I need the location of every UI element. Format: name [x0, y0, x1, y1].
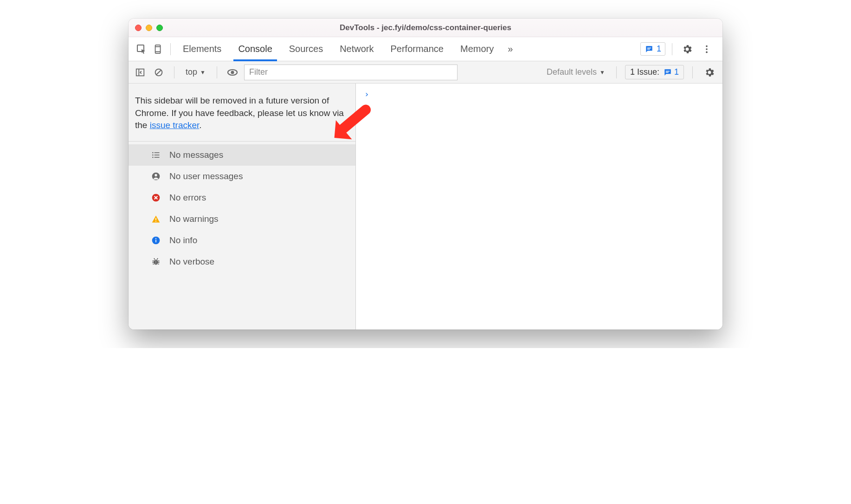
dropdown-icon: ▼: [600, 69, 605, 76]
sidebar-filter-list: No messages No user messages No errors N…: [129, 142, 355, 272]
chat-icon: [645, 45, 654, 54]
filter-label: No warnings: [169, 214, 219, 224]
filter-label: No messages: [169, 150, 223, 160]
list-icon: [151, 150, 161, 160]
svg-point-7: [706, 48, 708, 50]
context-label: top: [186, 67, 197, 77]
console-sidebar: This sidebar will be removed in a future…: [129, 84, 356, 330]
separator: [692, 66, 693, 78]
svg-rect-18: [155, 152, 160, 153]
filter-input[interactable]: Filter: [244, 65, 458, 80]
tab-network[interactable]: Network: [331, 37, 382, 61]
svg-line-12: [156, 70, 161, 74]
svg-point-17: [152, 152, 154, 153]
tab-label: Elements: [183, 44, 221, 54]
separator: [672, 43, 672, 55]
svg-point-30: [155, 238, 156, 239]
titlebar: DevTools - jec.fyi/demo/css-container-qu…: [129, 19, 722, 37]
tab-performance[interactable]: Performance: [382, 37, 452, 61]
svg-rect-15: [666, 71, 670, 71]
chat-icon: [663, 68, 672, 77]
filter-info[interactable]: No info: [129, 230, 355, 251]
log-levels-selector[interactable]: Default levels ▼: [544, 67, 608, 77]
error-icon: [151, 193, 161, 203]
toolbar-trail: 1: [640, 41, 718, 58]
filter-verbose[interactable]: No verbose: [129, 251, 355, 272]
console-settings-icon[interactable]: [701, 64, 718, 81]
filter-placeholder: Filter: [249, 67, 268, 77]
svg-rect-29: [155, 239, 156, 242]
issue-tracker-link[interactable]: issue tracker: [150, 120, 200, 130]
filter-label: No errors: [169, 193, 206, 203]
warning-icon: [151, 214, 161, 224]
levels-label: Default levels: [547, 67, 597, 77]
issue-label: 1 Issue:: [630, 67, 659, 77]
tab-label: Network: [340, 44, 374, 54]
console-toolbar: top ▼ Filter Default levels ▼ 1 Issue: 1: [129, 61, 722, 84]
svg-point-21: [152, 156, 154, 158]
content-body: This sidebar will be removed in a future…: [129, 84, 722, 330]
tab-label: Memory: [460, 44, 494, 54]
badge-count: 1: [657, 44, 661, 54]
tab-label: Performance: [391, 44, 444, 54]
device-toolbar-icon[interactable]: [150, 41, 167, 58]
filter-label: No user messages: [169, 171, 243, 181]
separator: [174, 66, 174, 78]
deprecation-notice: This sidebar will be removed in a future…: [129, 84, 355, 142]
live-expression-icon[interactable]: [226, 64, 239, 81]
separator: [170, 43, 171, 55]
settings-icon[interactable]: [679, 41, 696, 58]
info-icon: [151, 235, 161, 246]
window-title: DevTools - jec.fyi/demo/css-container-qu…: [129, 23, 722, 32]
bug-icon: [151, 257, 161, 267]
tab-overflow[interactable]: »: [502, 37, 518, 61]
tab-label: Sources: [289, 44, 323, 54]
clear-console-icon[interactable]: [152, 64, 166, 81]
filter-user-messages[interactable]: No user messages: [129, 166, 355, 187]
separator: [217, 66, 217, 78]
svg-point-19: [152, 154, 154, 155]
console-output[interactable]: ›: [356, 84, 722, 330]
svg-point-14: [231, 71, 234, 74]
issues-counter[interactable]: 1 Issue: 1: [625, 65, 684, 79]
filter-warnings[interactable]: No warnings: [129, 208, 355, 230]
tab-memory[interactable]: Memory: [452, 37, 502, 61]
devtools-window: DevTools - jec.fyi/demo/css-container-qu…: [129, 19, 722, 330]
svg-point-24: [155, 174, 157, 176]
tab-sources[interactable]: Sources: [281, 37, 331, 61]
separator: [616, 66, 617, 78]
svg-rect-22: [155, 157, 160, 158]
tab-console[interactable]: Console: [230, 37, 280, 61]
console-prompt: ›: [364, 89, 369, 99]
issues-badge[interactable]: 1: [640, 42, 665, 56]
filter-messages[interactable]: No messages: [129, 144, 355, 166]
inspect-element-icon[interactable]: [133, 41, 150, 58]
svg-rect-27: [155, 221, 156, 222]
svg-point-6: [706, 45, 708, 47]
context-selector[interactable]: top ▼: [183, 65, 208, 79]
filter-label: No info: [169, 235, 197, 246]
svg-rect-4: [647, 47, 651, 48]
toggle-sidebar-icon[interactable]: [133, 64, 147, 81]
svg-point-8: [706, 51, 708, 53]
svg-rect-20: [155, 155, 160, 155]
svg-rect-5: [647, 49, 650, 50]
tab-elements[interactable]: Elements: [174, 37, 230, 61]
dropdown-icon: ▼: [200, 69, 206, 76]
deprecation-text-suffix: .: [199, 120, 201, 130]
svg-rect-26: [155, 218, 156, 220]
issue-count: 1: [674, 67, 679, 77]
main-tab-bar: Elements Console Sources Network Perform…: [129, 37, 722, 61]
more-icon[interactable]: [698, 41, 715, 58]
tab-label: Console: [238, 44, 272, 54]
overflow-glyph: »: [508, 44, 513, 54]
filter-errors[interactable]: No errors: [129, 187, 355, 208]
svg-rect-16: [666, 72, 669, 73]
filter-label: No verbose: [169, 257, 214, 267]
panel-tabs: Elements Console Sources Network Perform…: [174, 37, 640, 61]
user-icon: [151, 171, 161, 181]
